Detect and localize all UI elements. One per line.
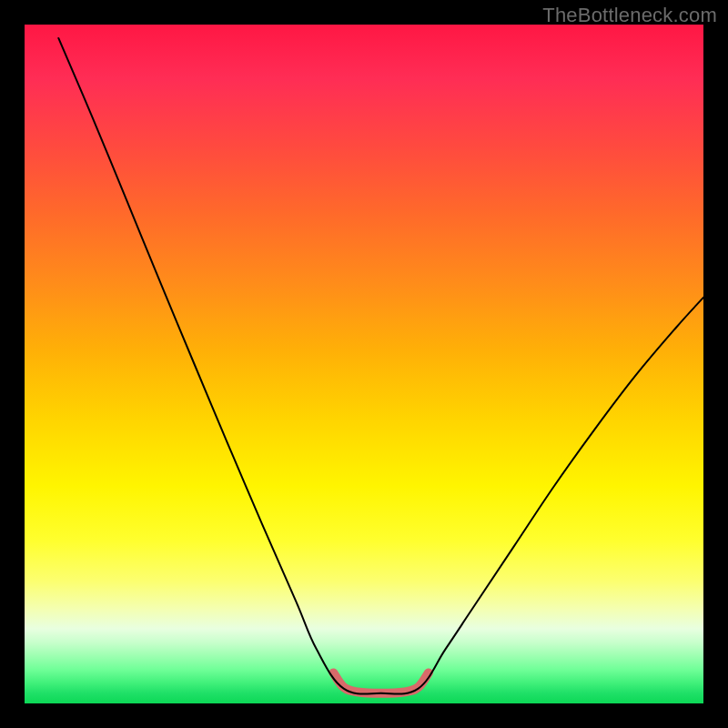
plot-area [25, 25, 703, 703]
bottleneck-curve [58, 38, 703, 694]
chart-frame: TheBottleneck.com [0, 0, 728, 728]
watermark-text: TheBottleneck.com [542, 4, 717, 27]
chart-svg [25, 25, 703, 703]
